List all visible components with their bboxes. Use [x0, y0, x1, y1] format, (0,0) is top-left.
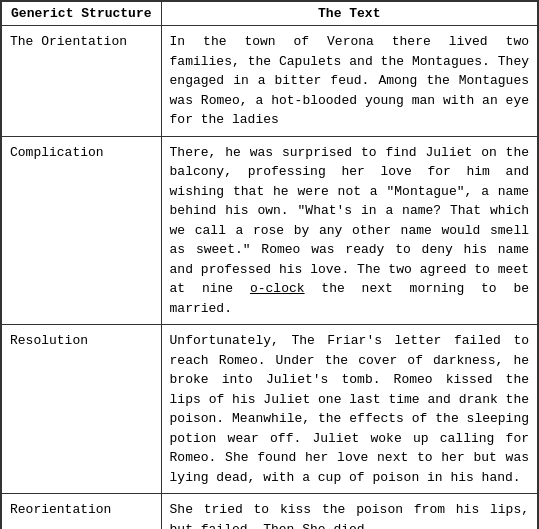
complication-text-part1: There, he was surprised to find Juliet o… — [170, 145, 529, 297]
structure-label-resolution: Resolution — [2, 325, 162, 494]
text-content-orientation: In the town of Verona there lived two fa… — [161, 26, 537, 137]
header-row: Generict Structure The Text — [2, 2, 538, 26]
structure-label-complication: Complication — [2, 136, 162, 325]
main-table-container: Generict Structure The Text The Orientat… — [0, 0, 539, 529]
complication-text-underline: o-clock — [250, 281, 305, 296]
table-row: The Orientation In the town of Verona th… — [2, 26, 538, 137]
table-row: Complication There, he was surprised to … — [2, 136, 538, 325]
header-text: The Text — [161, 2, 537, 26]
text-content-complication: There, he was surprised to find Juliet o… — [161, 136, 537, 325]
structure-label-orientation: The Orientation — [2, 26, 162, 137]
table-row: Resolution Unfortunately, The Friar's le… — [2, 325, 538, 494]
table-row: Reorientation She tried to kiss the pois… — [2, 494, 538, 530]
text-content-resolution: Unfortunately, The Friar's letter failed… — [161, 325, 537, 494]
structure-table: Generict Structure The Text The Orientat… — [1, 1, 538, 529]
structure-label-reorientation: Reorientation — [2, 494, 162, 530]
text-content-reorientation: She tried to kiss the poison from his li… — [161, 494, 537, 530]
header-structure: Generict Structure — [2, 2, 162, 26]
